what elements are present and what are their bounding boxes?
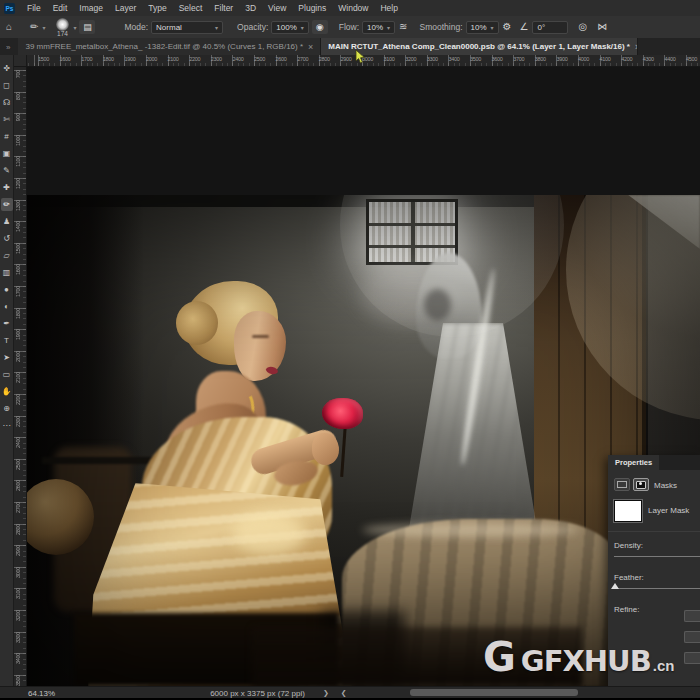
pressure-opacity-icon[interactable]: ◉ [312,20,328,34]
symmetry-icon[interactable]: ⋈ [597,17,607,37]
layer-mask-thumbnail[interactable] [614,500,642,522]
brush-settings-panel-icon[interactable]: ▤ [79,20,95,34]
move-tool[interactable]: ✜ [1,62,13,75]
h-ruler-label: 2200 [189,56,200,62]
v-ruler-label: 1900 [15,329,21,340]
brush-preset-carrot-icon[interactable]: ▾ [42,24,45,31]
menu-item-help[interactable]: Help [374,0,403,16]
home-icon[interactable]: ⌂ [6,17,12,37]
menu-item-3d[interactable]: 3D [239,0,262,16]
mode-dropdown[interactable]: Normal ▾ [151,21,223,34]
flow-dropdown[interactable]: 10% ▾ [362,21,395,34]
masks-label: Masks [654,481,677,490]
brush-picker-carrot-icon[interactable]: ▾ [73,24,76,31]
marquee-tool[interactable]: ◻ [1,79,13,92]
status-arrow-left-icon[interactable]: ❮ [341,689,347,697]
brush-preset-icon[interactable]: ✏ [30,17,38,37]
v-ruler-label: 2400 [15,437,21,448]
tab-close-icon[interactable]: × [308,42,313,52]
healing-brush-tool[interactable]: ✚ [1,181,13,194]
menu-item-window[interactable]: Window [332,0,374,16]
frame-tool[interactable]: ▣ [1,147,13,160]
watermark: G GFXHUB .cn [483,640,674,678]
h-ruler-label: 4500 [686,56,697,62]
v-ruler-label: 3100 [15,588,21,599]
clone-stamp-tool[interactable]: ♟ [1,215,13,228]
crop-tool[interactable]: # [1,130,13,143]
menu-item-view[interactable]: View [262,0,292,16]
pixel-layer-icon[interactable] [614,478,630,491]
select-and-mask-button[interactable] [684,610,700,622]
status-zoom-field[interactable]: 64.13% [28,689,55,698]
feather-slider[interactable] [614,588,700,589]
path-selection-tool[interactable]: ➤ [1,351,13,364]
pressure-size-icon[interactable]: ◎ [578,17,587,37]
horizontal-scrollbar-thumb[interactable] [410,689,578,696]
airbrush-icon[interactable]: ≋ [399,17,407,37]
hand-tool[interactable]: ✋ [1,385,13,398]
opacity-dropdown[interactable]: 100% ▾ [271,21,308,34]
menu-items: FileEditImageLayerTypeSelectFilter3DView… [21,0,404,16]
history-brush-tool[interactable]: ↺ [1,232,13,245]
layer-mask-icon[interactable] [633,478,649,491]
angle-field[interactable]: 0° [532,21,568,34]
tab-overflow-chevron-icon[interactable]: » [0,43,18,55]
v-ruler-label: 3500 [15,675,21,686]
h-ruler-label: 1900 [124,56,135,62]
eraser-tool[interactable]: ▱ [1,249,13,262]
h-ruler-label: 2700 [297,56,308,62]
status-arrow-right-icon[interactable]: ❯ [323,689,329,697]
smoothing-label: Smoothing: [420,22,463,32]
lasso-tool[interactable]: ☊ [1,96,13,109]
v-ruler-label: 1600 [15,264,21,275]
h-ruler-label: 4000 [578,56,589,62]
document-canvas[interactable] [26,195,700,686]
v-ruler-label: 1300 [15,200,21,211]
dodge-tool[interactable]: ◐ [1,300,13,313]
h-ruler-label: 4400 [664,56,675,62]
v-ruler-label: 3000 [15,567,21,578]
gradient-tool[interactable]: ▥ [1,266,13,279]
density-label: Density: [614,541,643,550]
menu-item-edit[interactable]: Edit [47,0,74,16]
menu-item-select[interactable]: Select [173,0,209,16]
tab-close-icon[interactable]: × [635,42,638,52]
vertical-ruler[interactable]: 7008009001000110012001300140015001600170… [14,66,27,686]
properties-tab[interactable]: Properties [608,455,659,470]
document-tab-1[interactable]: 39 mmFREE_metalbox_Athena_ -1382-Edit.ti… [18,38,321,55]
menu-item-filter[interactable]: Filter [208,0,239,16]
watermark-logo-icon: G [483,640,516,674]
menu-item-plugins[interactable]: Plugins [292,0,332,16]
menu-item-file[interactable]: File [21,0,47,16]
brush-tool[interactable]: ✏ [1,198,13,211]
canvas-pasteboard [26,66,700,686]
blur-tool[interactable]: ● [1,283,13,296]
menu-item-type[interactable]: Type [142,0,172,16]
mode-carrot-icon: ▾ [215,24,218,31]
eyedropper-tool[interactable]: ✎ [1,164,13,177]
edit-toolbar[interactable]: ⋯ [1,419,13,432]
rectangle-tool[interactable]: ▭ [1,368,13,381]
invert-button[interactable] [684,652,700,664]
zoom-tool[interactable]: ⊕ [1,402,13,415]
photoshop-logo-icon[interactable]: Ps [4,3,15,14]
feather-slider-handle[interactable] [611,583,619,589]
document-tab-2[interactable]: MAIN RCTUT_Athena Comp_Clean0000.psb @ 6… [321,38,638,55]
h-ruler-label: 2600 [276,56,287,62]
v-ruler-label: 700 [15,70,21,78]
flow-value: 10% [367,23,383,32]
v-ruler-label: 2100 [15,372,21,383]
quick-selection-tool[interactable]: ✄ [1,113,13,126]
mouse-cursor-icon [355,50,367,68]
smoothing-dropdown[interactable]: 10% ▾ [466,21,499,34]
type-tool[interactable]: T [1,334,13,347]
density-slider[interactable] [614,556,700,557]
menu-item-image[interactable]: Image [73,0,109,16]
gear-icon[interactable]: ⚙ [503,17,512,37]
color-range-button[interactable] [684,631,700,643]
h-ruler-label: 3200 [405,56,416,62]
pen-tool[interactable]: ✒ [1,317,13,330]
brush-preview[interactable]: 174 [51,18,73,36]
v-ruler-label: 1200 [15,178,21,189]
menu-item-layer[interactable]: Layer [109,0,142,16]
